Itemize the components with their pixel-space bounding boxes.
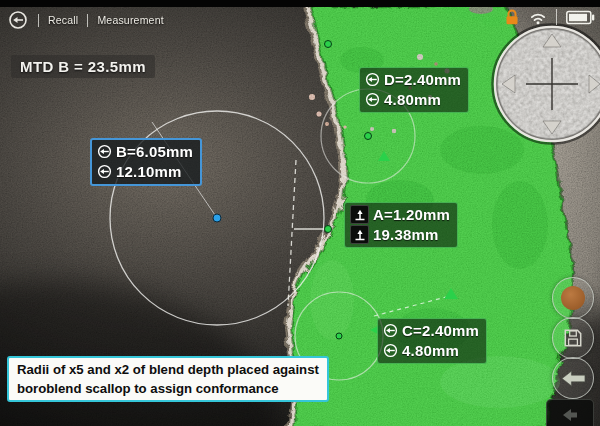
measurement-value: 4.80mm <box>384 90 441 109</box>
inspection-screen: Recall Measurement MTD B = 23.5mm B=6.05… <box>0 0 600 426</box>
measurement-row: 12.10mm <box>97 162 193 181</box>
circle-d-center-dot <box>365 133 372 140</box>
measurement-row: 4.80mm <box>365 90 461 109</box>
mtd-readout: MTD B = 23.5mm <box>11 55 155 78</box>
measurement-value: 4.80mm <box>402 341 459 360</box>
circle-b-center-dot <box>213 214 221 222</box>
menu-separator <box>38 14 39 27</box>
wifi-icon <box>529 10 547 25</box>
back-button[interactable] <box>7 9 29 31</box>
record-button[interactable] <box>552 277 594 319</box>
measurement-value: B=6.05mm <box>116 142 193 161</box>
menu-item-measurement[interactable]: Measurement <box>97 14 163 26</box>
measurement-value: A=1.20mm <box>373 205 450 224</box>
measurement-value: 12.10mm <box>116 162 182 181</box>
measurement-label-c[interactable]: C=2.40mm 4.80mm <box>377 318 487 364</box>
measurement-row: 4.80mm <box>383 341 479 360</box>
save-icon <box>562 327 584 349</box>
menu-bar: Recall Measurement <box>7 9 164 31</box>
menu-item-recall[interactable]: Recall <box>48 14 78 26</box>
measurement-value: 19.38mm <box>373 225 439 244</box>
circle-c-center-dot <box>336 333 342 339</box>
corner-arrow-icon <box>561 408 579 422</box>
diameter-icon <box>365 92 380 107</box>
measurement-value: D=2.40mm <box>384 70 461 89</box>
menu-separator <box>87 14 88 27</box>
status-separator <box>556 9 557 25</box>
measurement-row: C=2.40mm <box>383 321 479 340</box>
measurement-label-a[interactable]: A=1.20mm 19.38mm <box>344 202 458 248</box>
depth-icon <box>350 225 369 244</box>
measurement-value: C=2.40mm <box>402 321 479 340</box>
diameter-icon <box>97 144 112 159</box>
lock-icon <box>504 8 520 26</box>
record-icon <box>561 286 585 310</box>
measurement-row: 19.38mm <box>350 225 450 244</box>
measurement-row: D=2.40mm <box>365 70 461 89</box>
annotation-caption[interactable]: Radii of x5 and x2 of blend depth placed… <box>7 356 329 402</box>
back-icon <box>7 9 29 31</box>
depth-a-point <box>325 226 332 233</box>
measurement-row: B=6.05mm <box>97 142 193 161</box>
measurement-label-b[interactable]: B=6.05mm 12.10mm <box>90 138 202 186</box>
back-arrow-icon <box>561 370 586 387</box>
save-button[interactable] <box>552 317 594 359</box>
top-strip <box>0 0 600 7</box>
measurement-row: A=1.20mm <box>350 205 450 224</box>
measurement-label-d[interactable]: D=2.40mm 4.80mm <box>359 67 469 113</box>
measurement-point[interactable] <box>325 41 332 48</box>
diameter-icon <box>365 72 380 87</box>
depth-icon <box>350 205 369 224</box>
back-nav-button[interactable] <box>552 357 594 399</box>
diameter-icon <box>383 323 398 338</box>
diameter-icon <box>97 164 112 179</box>
status-bar <box>504 8 595 26</box>
zoom-window[interactable] <box>493 25 600 144</box>
battery-icon <box>566 10 595 25</box>
diameter-icon <box>383 343 398 358</box>
corner-menu-button[interactable] <box>546 399 594 426</box>
